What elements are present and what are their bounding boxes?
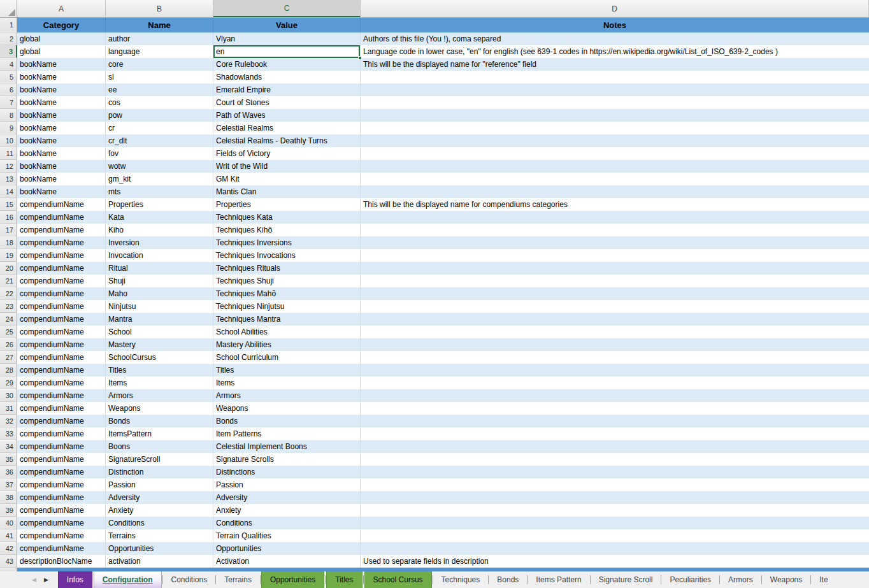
cell-C35[interactable]: Signature Scrolls	[213, 453, 361, 466]
row-header-8[interactable]: 8	[0, 109, 17, 122]
cell-B2[interactable]: author	[106, 32, 213, 45]
cell-A37[interactable]: compendiumName	[17, 478, 106, 491]
cell-C8[interactable]: Path of Waves	[213, 109, 361, 122]
cell-B11[interactable]: fov	[106, 147, 213, 160]
sheet-tab-items-pattern[interactable]: Items Pattern	[528, 571, 589, 588]
column-title-D[interactable]: Notes	[361, 18, 869, 32]
row-header-15[interactable]: 15	[0, 198, 17, 211]
cell-D24[interactable]	[361, 313, 869, 326]
sheet-tab-configuration[interactable]: Configuration	[94, 571, 162, 588]
cell-A25[interactable]: compendiumName	[17, 326, 106, 338]
cell-A4[interactable]: bookName	[17, 58, 106, 71]
cell-A26[interactable]: compendiumName	[17, 338, 106, 351]
row-header-36[interactable]: 36	[0, 466, 17, 478]
cell-B18[interactable]: Inversion	[106, 236, 213, 249]
row-header-27[interactable]: 27	[0, 351, 17, 364]
cell-C32[interactable]: Bonds	[213, 415, 361, 427]
cell-C41[interactable]: Terrain Qualities	[213, 529, 361, 542]
cell-A13[interactable]: bookName	[17, 173, 106, 185]
row-header-16[interactable]: 16	[0, 211, 17, 224]
cell-D35[interactable]	[361, 453, 869, 466]
cell-C18[interactable]: Techniques Inversions	[213, 236, 361, 249]
cell-C24[interactable]: Techniques Mantra	[213, 313, 361, 326]
cell-B23[interactable]: Ninjutsu	[106, 300, 213, 313]
cell-A11[interactable]: bookName	[17, 147, 106, 160]
cell-B37[interactable]: Passion	[106, 478, 213, 491]
cell-D38[interactable]	[361, 491, 869, 504]
cell-C19[interactable]: Techniques Invocations	[213, 249, 361, 262]
cell-D14[interactable]	[361, 185, 869, 198]
cell-D36[interactable]	[361, 466, 869, 478]
cell-D12[interactable]	[361, 160, 869, 173]
cell-B32[interactable]: Bonds	[106, 415, 213, 427]
row-header-33[interactable]: 33	[0, 427, 17, 440]
cell-B38[interactable]: Adversity	[106, 491, 213, 504]
row-header-17[interactable]: 17	[0, 224, 17, 236]
cell-A41[interactable]: compendiumName	[17, 529, 106, 542]
cell-A19[interactable]: compendiumName	[17, 249, 106, 262]
cell-C37[interactable]: Passion	[213, 478, 361, 491]
cell-D34[interactable]	[361, 440, 869, 453]
cell-D39[interactable]	[361, 504, 869, 517]
cell-D10[interactable]	[361, 134, 869, 147]
cell-A34[interactable]: compendiumName	[17, 440, 106, 453]
cell-B31[interactable]: Weapons	[106, 402, 213, 415]
cell-C11[interactable]: Fields of Victory	[213, 147, 361, 160]
cell-A8[interactable]: bookName	[17, 109, 106, 122]
cell-A40[interactable]: compendiumName	[17, 517, 106, 529]
row-header-34[interactable]: 34	[0, 440, 17, 453]
row-header-32[interactable]: 32	[0, 415, 17, 427]
row-header-10[interactable]: 10	[0, 134, 17, 147]
sheet-tab-infos[interactable]: Infos	[58, 571, 92, 588]
cell-B41[interactable]: Terrains	[106, 529, 213, 542]
cell-A7[interactable]: bookName	[17, 96, 106, 109]
column-header-B[interactable]: B	[106, 0, 213, 17]
sheet-tab-peculiarities[interactable]: Peculiarities	[661, 571, 719, 588]
row-header-31[interactable]: 31	[0, 402, 17, 415]
sheet-tab-terrains[interactable]: Terrains	[216, 571, 260, 588]
cell-B24[interactable]: Mantra	[106, 313, 213, 326]
cell-B7[interactable]: cos	[106, 96, 213, 109]
cell-D32[interactable]	[361, 415, 869, 427]
row-header-41[interactable]: 41	[0, 529, 17, 542]
cell-B5[interactable]: sl	[106, 71, 213, 83]
fill-handle[interactable]	[358, 56, 362, 60]
sheet-tab-armors[interactable]: Armors	[720, 571, 761, 588]
row-header-25[interactable]: 25	[0, 326, 17, 338]
cell-A18[interactable]: compendiumName	[17, 236, 106, 249]
cell-D8[interactable]	[361, 109, 869, 122]
cell-C13[interactable]: GM Kit	[213, 173, 361, 185]
row-header-18[interactable]: 18	[0, 236, 17, 249]
cell-D6[interactable]	[361, 83, 869, 96]
row-header-12[interactable]: 12	[0, 160, 17, 173]
cell-C34[interactable]: Celestial Implement Boons	[213, 440, 361, 453]
cell-A14[interactable]: bookName	[17, 185, 106, 198]
row-header-6[interactable]: 6	[0, 83, 17, 96]
cell-C7[interactable]: Court of Stones	[213, 96, 361, 109]
row-header-11[interactable]: 11	[0, 147, 17, 160]
cell-B30[interactable]: Armors	[106, 389, 213, 402]
row-header-29[interactable]: 29	[0, 376, 17, 389]
cell-C16[interactable]: Techniques Kata	[213, 211, 361, 224]
cell-C17[interactable]: Techniques Kihõ	[213, 224, 361, 236]
cell-A6[interactable]: bookName	[17, 83, 106, 96]
cell-B9[interactable]: cr	[106, 122, 213, 134]
tab-scroll-left-icon[interactable]: ◀	[32, 577, 36, 583]
column-header-D[interactable]: D	[361, 0, 869, 17]
cell-A3[interactable]: global	[17, 45, 106, 58]
cell-A2[interactable]: global	[17, 32, 106, 45]
cell-A21[interactable]: compendiumName	[17, 275, 106, 287]
cell-B19[interactable]: Invocation	[106, 249, 213, 262]
cell-A29[interactable]: compendiumName	[17, 376, 106, 389]
cell-C38[interactable]: Adversity	[213, 491, 361, 504]
cell-A16[interactable]: compendiumName	[17, 211, 106, 224]
cell-B10[interactable]: cr_dlt	[106, 134, 213, 147]
cell-A30[interactable]: compendiumName	[17, 389, 106, 402]
cell-D11[interactable]	[361, 147, 869, 160]
cell-B20[interactable]: Ritual	[106, 262, 213, 275]
sheet-tab-weapons[interactable]: Weapons	[762, 571, 810, 588]
cell-A43[interactable]: descriptionBlocName	[17, 555, 106, 568]
cell-D42[interactable]	[361, 542, 869, 555]
cell-C12[interactable]: Writ of the Wild	[213, 160, 361, 173]
column-header-C[interactable]: C	[213, 0, 361, 17]
